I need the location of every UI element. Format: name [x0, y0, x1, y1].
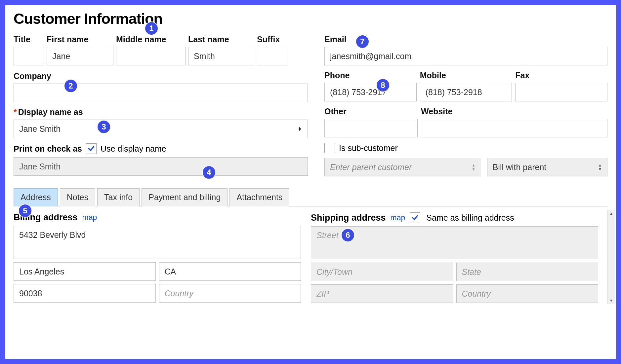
label-email: Email [324, 35, 607, 44]
label-phone: Phone [324, 71, 417, 80]
first-name-input[interactable] [47, 47, 113, 65]
label-last-name: Last name [188, 35, 254, 44]
company-input[interactable] [14, 84, 308, 102]
updown-icon [472, 163, 476, 171]
print-on-check-field: Jane Smith [14, 157, 308, 176]
label-suffix: Suffix [257, 35, 287, 44]
label-website: Website [421, 107, 607, 116]
same-as-billing-label: Same as billing address [426, 213, 514, 223]
label-other: Other [324, 107, 418, 116]
label-print-on-check: Print on check as [14, 144, 82, 154]
tab-tax-info[interactable]: Tax info [97, 188, 140, 206]
shipping-country-input[interactable] [456, 284, 599, 303]
display-name-value: Jane Smith [19, 124, 61, 134]
shipping-city-input[interactable] [311, 263, 453, 281]
last-name-input[interactable] [188, 47, 254, 65]
tab-notes[interactable]: Notes [60, 188, 95, 206]
shipping-address-block: Shipping address map Same as billing add… [311, 212, 598, 303]
shipping-address-title: Shipping address [311, 213, 386, 223]
label-mobile: Mobile [420, 71, 512, 80]
check-icon [411, 214, 419, 221]
display-name-select[interactable]: Jane Smith [14, 120, 308, 138]
shipping-street-input[interactable] [311, 226, 598, 259]
billing-country-input[interactable] [159, 284, 301, 303]
title-input[interactable] [14, 47, 44, 65]
sub-customer-checkbox[interactable] [324, 143, 335, 153]
updown-icon [298, 127, 301, 131]
shipping-state-input[interactable] [456, 263, 599, 281]
right-column: Email Phone Mobile Fax Ot [324, 35, 607, 181]
use-display-name-checkbox[interactable] [86, 143, 97, 154]
tab-payment-billing[interactable]: Payment and billing [142, 188, 228, 206]
middle-name-input[interactable] [116, 47, 186, 65]
label-title: Title [14, 35, 44, 44]
email-input[interactable] [324, 47, 607, 65]
label-first-name: First name [47, 35, 113, 44]
label-middle-name: Middle name [116, 35, 186, 44]
label-company: Company [14, 71, 308, 81]
billing-address-title: Billing address [14, 212, 78, 223]
mobile-input[interactable] [420, 83, 512, 101]
tab-address[interactable]: Address [14, 188, 58, 206]
tabset: Address Notes Tax info Payment and billi… [14, 188, 607, 206]
label-display-name: *Display name as [14, 107, 308, 117]
customer-info-panel: 1 2 3 4 5 6 7 8 Customer Information Tit… [4, 4, 617, 360]
billing-address-block: Billing address map 5432 Beverly Blvd [14, 212, 301, 303]
sub-customer-label: Is sub-customer [339, 143, 398, 153]
scroll-up-icon: ▲ [609, 210, 613, 217]
billing-map-link[interactable]: map [82, 213, 97, 222]
parent-customer-select[interactable]: Enter parent customer [324, 158, 481, 176]
scrollbar[interactable]: ▲ ▼ [607, 210, 615, 304]
suffix-input[interactable] [257, 47, 287, 65]
bill-with-parent-select[interactable]: Bill with parent [487, 158, 607, 176]
shipping-map-link[interactable]: map [391, 213, 405, 222]
fax-input[interactable] [515, 83, 607, 101]
same-as-billing-checkbox[interactable] [410, 212, 420, 223]
check-icon [88, 145, 95, 152]
left-column: Title First name Middle name Last name S… [14, 35, 308, 181]
label-fax: Fax [515, 71, 607, 80]
page-title: Customer Information [14, 10, 607, 27]
other-input[interactable] [324, 119, 418, 137]
address-section: Billing address map 5432 Beverly Blvd Sh… [14, 212, 607, 303]
shipping-zip-input[interactable] [311, 284, 453, 303]
billing-zip-input[interactable] [14, 284, 156, 303]
billing-state-input[interactable] [159, 262, 301, 281]
tab-attachments[interactable]: Attachments [229, 188, 289, 206]
scroll-down-icon: ▼ [609, 297, 613, 304]
billing-street-input[interactable]: 5432 Beverly Blvd [14, 226, 301, 259]
billing-city-input[interactable] [14, 262, 156, 281]
required-marker: * [14, 107, 17, 117]
website-input[interactable] [421, 119, 607, 137]
phone-input[interactable] [324, 83, 417, 101]
use-display-name-label: Use display name [101, 144, 166, 154]
updown-icon [598, 163, 602, 171]
